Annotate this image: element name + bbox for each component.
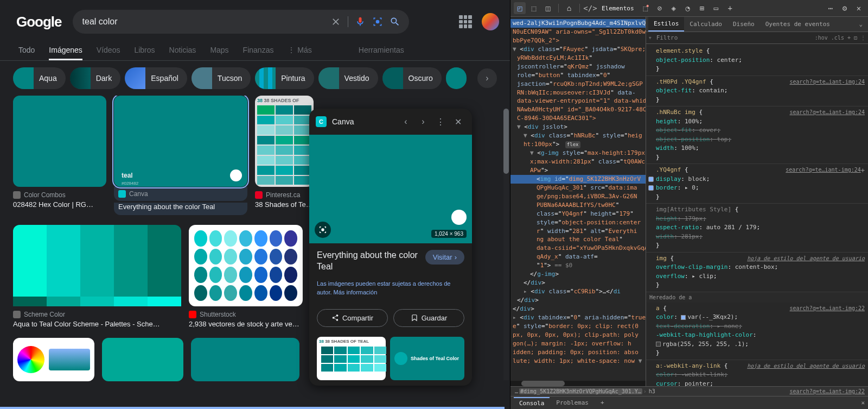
drawer-problemas[interactable]: Problemas xyxy=(551,398,594,408)
tab-diseno[interactable]: Diseño xyxy=(727,17,760,31)
home-icon[interactable]: ⌂ xyxy=(563,2,575,14)
device-icon[interactable]: ⬚ xyxy=(528,2,540,14)
avatar[interactable] xyxy=(482,13,499,30)
tab-videos[interactable]: Vídeos xyxy=(97,41,120,60)
search-bar[interactable] xyxy=(73,10,409,34)
tab-imagenes[interactable]: Imágenes xyxy=(49,41,82,60)
canva-favicon: C xyxy=(316,116,327,127)
drawer-consola[interactable]: Consola xyxy=(514,397,550,408)
search-icon[interactable] xyxy=(390,16,400,27)
tab-todo[interactable]: Todo xyxy=(18,41,35,60)
drawer-close-icon[interactable]: ✕ xyxy=(861,399,865,406)
tab-calculado[interactable]: Calculado xyxy=(684,17,727,31)
tab-mas[interactable]: ⋮ Más xyxy=(288,41,311,60)
filter-input[interactable] xyxy=(655,33,812,42)
detail-site-name[interactable]: Canva xyxy=(332,117,393,126)
inspect-icon[interactable]: ◰ xyxy=(514,2,526,14)
share-button[interactable]: Compartir xyxy=(317,309,388,327)
tab-maps[interactable]: Maps xyxy=(210,41,228,60)
search-input[interactable] xyxy=(81,16,324,27)
code-icon[interactable]: </> xyxy=(584,2,596,14)
dom-breadcrumb[interactable]: … #dimg_5K1Z2BHK3nHzOrVQPgHuGqAc_301.Y… … xyxy=(510,386,868,396)
more-icon[interactable]: ⋯ xyxy=(825,2,837,14)
image-dimensions: 1,024 × 963 xyxy=(431,230,467,238)
filter-chips: Aqua Dark Español Tucson Pintura Vestido… xyxy=(0,61,510,96)
chip-dark[interactable]: Dark xyxy=(70,67,121,89)
result-card[interactable] xyxy=(102,338,183,381)
visit-button[interactable]: Visitar › xyxy=(425,250,464,265)
style-rules[interactable]: element.style { object-position: center;… xyxy=(646,44,868,386)
tab-estilos[interactable]: Estilos xyxy=(648,17,684,32)
styles-filter: ▿ :hov .cls + ⊡ ⋮ xyxy=(646,32,868,44)
save-button[interactable]: Guardar xyxy=(393,309,464,327)
detail-related: 38 38 SHADES OF TEAL Shades of Teal Colo… xyxy=(309,332,472,380)
result-card[interactable] xyxy=(13,338,94,381)
related-image[interactable]: Shades of Teal Color xyxy=(390,337,464,380)
detail-next-icon[interactable]: › xyxy=(416,114,431,129)
image-detail-panel: C Canva ‹ › ⋮ ✕ 1,024 × 963 Visitar › Ev… xyxy=(309,109,472,386)
close-devtools-icon[interactable]: ✕ xyxy=(853,2,865,14)
lens-search-icon[interactable] xyxy=(315,222,331,238)
more-styles-icon[interactable]: ⋮ xyxy=(860,35,866,41)
styles-tabs: Estilos Calculado Diseño Oyentes de even… xyxy=(646,17,868,32)
chip-extra[interactable] xyxy=(446,67,467,89)
styles-sidebar: Estilos Calculado Diseño Oyentes de even… xyxy=(646,17,868,386)
result-card[interactable] xyxy=(191,338,299,381)
close-icon[interactable]: ✕ xyxy=(450,114,465,129)
tab-libros[interactable]: Libros xyxy=(134,41,155,60)
pin-icon[interactable]: ⊡ xyxy=(854,35,857,41)
tools-btn[interactable]: Herramientas xyxy=(359,41,404,60)
more-info-link[interactable]: Más información xyxy=(334,289,378,295)
warnings-icon[interactable]: ⬚ xyxy=(640,2,652,14)
detail-body: Visitar › Everything about the color Tea… xyxy=(309,243,472,304)
cls-button[interactable]: .cls xyxy=(831,35,844,41)
dom-tree[interactable]: wed-2aljK3wi1nPognBubg4Adc_m4SINpxlvQcd … xyxy=(510,17,646,386)
detail-prev-icon[interactable]: ‹ xyxy=(398,114,413,129)
result-card-selected[interactable]: teal #028482 Canva Everything about the … xyxy=(114,96,247,215)
chip-aqua[interactable]: Aqua xyxy=(13,67,66,89)
mic-icon[interactable] xyxy=(355,16,366,27)
dom-hscroll[interactable] xyxy=(510,381,646,386)
app-icon[interactable]: ⊞ xyxy=(696,2,708,14)
devtools-drawer: Consola Problemas + ✕ xyxy=(510,396,868,409)
chip-tucson[interactable]: Tucson xyxy=(192,67,251,89)
result-card[interactable]: 38 38 SHADES OF Pinterest.ca 38 Shades o… xyxy=(255,96,314,215)
related-image[interactable]: 38 38 SHADES OF TEAL xyxy=(317,337,386,380)
chip-oscuro[interactable]: Oscuro xyxy=(382,67,442,89)
drawer-add-icon[interactable]: + xyxy=(595,398,610,408)
devtools-body: wed-2aljK3wi1nPognBubg4Adc_m4SINpxlvQcd … xyxy=(510,17,868,386)
page-progress xyxy=(0,407,505,409)
search-tabs: Todo Imágenes Vídeos Libros Noticias Map… xyxy=(0,38,510,61)
chip-scroll-right[interactable]: › xyxy=(477,68,497,88)
network-icon[interactable]: ⊘ xyxy=(654,2,666,14)
detail-note: Las imágenes pueden estar sujetas a dere… xyxy=(317,279,464,297)
google-images-pane: Google Todo Imágenes Vídeos Libros Notic… xyxy=(0,0,510,409)
clear-icon[interactable] xyxy=(330,16,341,27)
hov-button[interactable]: :hov xyxy=(815,35,828,41)
chip-espanol[interactable]: Español xyxy=(125,67,187,89)
tab-noticias[interactable]: Noticias xyxy=(169,41,196,60)
settings-icon[interactable]: ⚙ xyxy=(839,2,851,14)
add-tab-icon[interactable]: + xyxy=(724,2,736,14)
elements-tab[interactable]: Elementos xyxy=(598,5,637,12)
chip-pintura[interactable]: Pintura xyxy=(255,67,314,89)
perf-icon[interactable]: ◔ xyxy=(682,2,694,14)
result-card[interactable]: Scheme Color Aqua to Teal Color Scheme -… xyxy=(13,225,181,328)
new-rule-icon[interactable]: + xyxy=(847,35,851,41)
apps-icon[interactable] xyxy=(459,15,472,28)
chip-vestido[interactable]: Vestido xyxy=(318,67,378,89)
result-card[interactable]: Shutterstock 2,938 vectores de stock y a… xyxy=(189,225,303,328)
result-card[interactable]: Color Combos 028482 Hex Color | RG… xyxy=(13,96,106,215)
tab-oyentes[interactable]: Oyentes de eventos xyxy=(760,17,835,31)
chevron-down-icon[interactable]: ⌄ xyxy=(856,21,866,28)
lens-icon[interactable] xyxy=(372,16,383,27)
tab-finanzas[interactable]: Finanzas xyxy=(243,41,274,60)
add-rule-icon[interactable]: + xyxy=(861,166,865,175)
wifi-icon[interactable]: ◈ xyxy=(668,2,680,14)
results-scrollbar[interactable] xyxy=(503,109,509,380)
detail-more-icon[interactable]: ⋮ xyxy=(433,114,448,129)
dock-icon[interactable]: ◫ xyxy=(542,2,554,14)
google-logo[interactable]: Google xyxy=(16,14,62,30)
detail-image[interactable]: 1,024 × 963 xyxy=(309,135,472,243)
panel-icon[interactable]: ▭ xyxy=(710,2,722,14)
